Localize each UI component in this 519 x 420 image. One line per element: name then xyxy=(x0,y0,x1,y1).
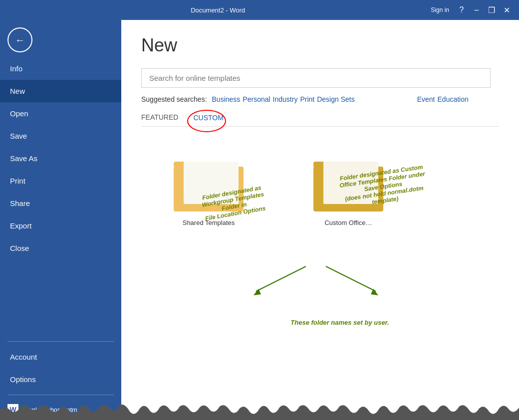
sign-in-label[interactable]: Sign in xyxy=(431,6,449,13)
recent-file-name: Blank Ribbon.dotm xyxy=(22,406,77,414)
sidebar-item-options[interactable]: Options xyxy=(0,368,121,391)
sidebar-bottom: Account Options W Blank Ribbon.dotm xyxy=(0,337,121,420)
arrows-svg xyxy=(216,256,416,306)
main-content: New Suggested searches: Business Persona… xyxy=(121,20,519,420)
svg-marker-7 xyxy=(254,289,261,295)
suggested-label: Suggested searches: xyxy=(141,95,207,103)
minimize-button[interactable]: – xyxy=(469,2,484,17)
svg-line-6 xyxy=(256,266,306,291)
sidebar-item-save[interactable]: Save xyxy=(0,125,121,147)
back-button[interactable]: ← xyxy=(7,27,32,52)
sidebar-divider-2 xyxy=(7,395,114,395)
sidebar: ← Info New Open Save Save As Print Share… xyxy=(0,20,121,420)
search-input[interactable] xyxy=(141,68,491,88)
svg-rect-2 xyxy=(184,162,239,204)
page-title: New xyxy=(141,35,499,56)
sidebar-item-account[interactable]: Account xyxy=(0,346,121,368)
suggested-industry[interactable]: Industry xyxy=(273,95,298,103)
title-bar: Document2 - Word Sign in ? – ❐ ✕ xyxy=(0,0,519,20)
sidebar-item-open[interactable]: Open xyxy=(0,102,121,125)
shared-templates-item[interactable]: Shared Templates xyxy=(171,152,246,226)
custom-office-label: Custom Office… xyxy=(324,219,372,226)
suggested-education[interactable]: Education xyxy=(438,95,469,103)
sidebar-item-print[interactable]: Print xyxy=(0,170,121,192)
svg-rect-5 xyxy=(323,162,378,204)
suggested-business[interactable]: Business xyxy=(212,95,241,103)
suggested-searches: Suggested searches: Business Personal In… xyxy=(141,95,499,103)
templates-section: Shared Templates Custom Office… Folder d… xyxy=(141,142,499,341)
suggested-print[interactable]: Print xyxy=(300,95,314,103)
recent-file-item[interactable]: W Blank Ribbon.dotm xyxy=(0,399,121,420)
close-button[interactable]: ✕ xyxy=(499,2,514,17)
suggested-event[interactable]: Event xyxy=(417,95,435,103)
folder-icon-custom xyxy=(311,152,386,216)
tab-featured[interactable]: FEATURED xyxy=(141,113,178,126)
svg-marker-9 xyxy=(371,289,378,295)
sidebar-item-info[interactable]: Info xyxy=(0,57,121,80)
shared-templates-label: Shared Templates xyxy=(183,219,235,226)
sidebar-item-share[interactable]: Share xyxy=(0,192,121,214)
suggested-design-sets[interactable]: Design Sets xyxy=(317,95,354,103)
sidebar-item-new[interactable]: New xyxy=(0,80,121,102)
maximize-button[interactable]: ❐ xyxy=(484,2,499,17)
svg-line-8 xyxy=(326,266,376,291)
sidebar-item-close[interactable]: Close xyxy=(0,237,121,259)
tab-custom-wrapper: CUSTOM xyxy=(193,114,223,126)
custom-office-item[interactable]: Custom Office… xyxy=(311,152,386,226)
tabs-row: FEATURED CUSTOM xyxy=(141,113,499,127)
tab-custom[interactable]: CUSTOM xyxy=(193,114,223,126)
suggested-personal[interactable]: Personal xyxy=(243,95,270,103)
app-body: ← Info New Open Save Save As Print Share… xyxy=(0,20,519,420)
window-title: Document2 - Word xyxy=(191,6,245,14)
sidebar-item-export[interactable]: Export xyxy=(0,214,121,237)
sidebar-item-save-as[interactable]: Save As xyxy=(0,147,121,170)
annotation-bottom: These folder names set by user. xyxy=(290,319,389,326)
help-button[interactable]: ? xyxy=(454,2,469,17)
sidebar-divider-1 xyxy=(7,341,114,342)
word-file-icon: W xyxy=(7,404,18,415)
folder-icon-shared xyxy=(171,152,246,216)
